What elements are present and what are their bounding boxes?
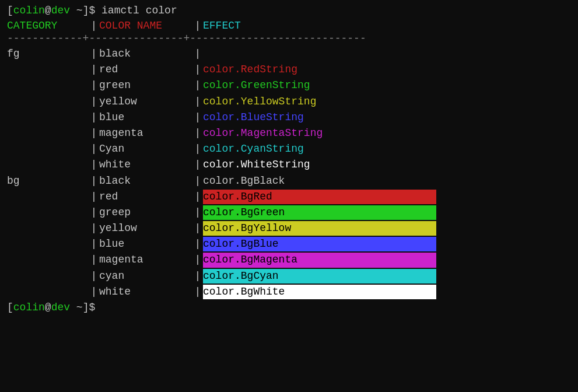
table-header: CATEGORY | COLOR NAME | EFFECT [7, 20, 571, 32]
cell-colorname: black [99, 47, 192, 61]
table-row: |red|color.RedString [7, 62, 571, 77]
cell-effect: color.BlueString [203, 110, 436, 125]
terminal: [colin@dev ~]$ iamctl color CATEGORY | C… [0, 0, 578, 392]
cell-sep2: | [192, 285, 203, 299]
table-divider: ------------+---------------+-----------… [7, 33, 571, 44]
cell-sep2: | [192, 269, 203, 284]
cell-sep2: | [192, 126, 203, 141]
cell-sep2: | [192, 221, 203, 236]
cell-sep2: | [192, 47, 203, 61]
prompt-command: iamctl color [101, 5, 177, 16]
table-row: bg|black|color.BgBlack [7, 174, 571, 188]
table-body: fg|black||red|color.RedString|green|colo… [7, 47, 571, 299]
cell-colorname: red [99, 190, 192, 204]
prompt-user: colin [13, 5, 45, 16]
prompt-host: dev [51, 5, 70, 16]
cell-category: bg [7, 174, 89, 188]
cell-sep1: | [89, 221, 99, 236]
cell-colorname: blue [99, 110, 192, 125]
cell-sep1: | [89, 62, 99, 77]
table-row: |cyan|color.BgCyan [7, 269, 571, 284]
cell-colorname: white [99, 285, 192, 299]
cell-colorname: green [99, 78, 192, 93]
cell-colorname: red [99, 62, 192, 77]
cell-colorname: white [99, 158, 192, 172]
cell-sep1: | [89, 190, 99, 204]
cell-sep2: | [192, 62, 203, 77]
cell-colorname: magenta [99, 253, 192, 267]
bottom-prompt-bracket: [ [7, 302, 13, 313]
table-row: |magenta|color.MagentaString [7, 126, 571, 141]
cell-category: fg [7, 47, 89, 61]
bottom-prompt: [colin@dev ~]$ [7, 302, 571, 313]
cell-effect: color.GreenString [203, 78, 436, 93]
cell-sep2: | [192, 205, 203, 220]
cell-sep1: | [89, 94, 99, 109]
table-row: |white|color.WhiteString [7, 158, 571, 172]
table-row: |yellow|color.YellowString [7, 94, 571, 109]
table-row: |yellow|color.BgYellow [7, 221, 571, 236]
cell-colorname: yellow [99, 94, 192, 109]
cell-effect: color.MagentaString [203, 126, 436, 141]
prompt-line: [colin@dev ~]$ iamctl color [7, 5, 571, 16]
cell-sep1: | [89, 253, 99, 267]
table-row: |white|color.BgWhite [7, 285, 571, 299]
header-colorname: COLOR NAME [99, 20, 192, 32]
cell-sep1: | [89, 78, 99, 93]
cell-sep2: | [192, 158, 203, 172]
table-row: |green|color.GreenString [7, 78, 571, 93]
table-row: |Cyan|color.CyanString [7, 142, 571, 156]
header-effect: EFFECT [203, 20, 436, 32]
cell-sep1: | [89, 285, 99, 299]
cell-sep1: | [89, 126, 99, 141]
cell-colorname: magenta [99, 126, 192, 141]
cell-sep2: | [192, 174, 203, 188]
bottom-prompt-path: ~]$ [70, 302, 95, 313]
cell-sep2: | [192, 253, 203, 267]
cell-effect: color.BgRed [203, 190, 436, 204]
cell-sep2: | [192, 94, 203, 109]
cell-effect: color.CyanString [203, 142, 436, 156]
cell-sep1: | [89, 158, 99, 172]
cell-colorname: greep [99, 205, 192, 220]
prompt-at: @ [45, 5, 51, 16]
cell-sep2: | [192, 78, 203, 93]
cell-sep1: | [89, 142, 99, 156]
cell-sep1: | [89, 47, 99, 61]
header-sep2: | [192, 20, 203, 32]
cell-colorname: Cyan [99, 142, 192, 156]
cell-sep2: | [192, 142, 203, 156]
header-category: CATEGORY [7, 20, 89, 32]
bottom-prompt-user: colin [13, 302, 45, 313]
cell-effect: color.BgGreen [203, 205, 436, 220]
cell-sep1: | [89, 269, 99, 284]
cell-sep2: | [192, 190, 203, 204]
cell-sep1: | [89, 174, 99, 188]
cell-effect: color.BgWhite [203, 285, 436, 299]
cell-colorname: blue [99, 237, 192, 251]
cell-effect: color.RedString [203, 62, 436, 77]
bottom-prompt-at: @ [45, 302, 51, 313]
table-row: |magenta|color.BgMagenta [7, 253, 571, 267]
table-row: |blue|color.BgBlue [7, 237, 571, 251]
prompt-bracket: [ [7, 5, 13, 16]
cell-effect: color.BgMagenta [203, 253, 436, 267]
prompt-path: ~]$ [70, 5, 101, 16]
table-row: |red|color.BgRed [7, 190, 571, 204]
cell-effect: color.BgCyan [203, 269, 436, 284]
cell-effect: color.BgBlack [203, 174, 436, 188]
cell-effect: color.BgYellow [203, 221, 436, 236]
table-row: |blue|color.BlueString [7, 110, 571, 125]
cell-colorname: cyan [99, 269, 192, 284]
cell-colorname: yellow [99, 221, 192, 236]
table-row: |greep|color.BgGreen [7, 205, 571, 220]
table-row: fg|black| [7, 47, 571, 61]
header-sep1: | [89, 20, 99, 32]
cell-sep2: | [192, 237, 203, 251]
cell-colorname: black [99, 174, 192, 188]
cell-effect: color.YellowString [203, 94, 436, 109]
cell-sep1: | [89, 110, 99, 125]
cell-effect: color.WhiteString [203, 158, 436, 172]
cell-sep1: | [89, 237, 99, 251]
cell-sep1: | [89, 205, 99, 220]
